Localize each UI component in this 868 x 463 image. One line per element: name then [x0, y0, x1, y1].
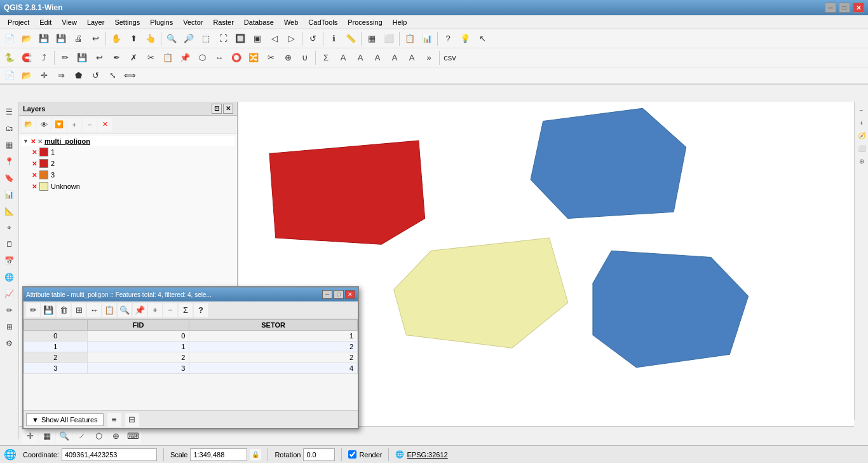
attr-tb-invert-sel[interactable]: ↔ [87, 303, 101, 317]
menu-view[interactable]: View [57, 17, 82, 27]
right-tb-overview[interactable]: ⬜ [856, 142, 867, 154]
left-tb-bookmark[interactable]: 🔖 [2, 170, 17, 186]
tb-deselect[interactable]: ⬜ [381, 31, 397, 46]
tb-label3[interactable]: A [369, 50, 386, 66]
bt-node2[interactable]: ⬡ [90, 429, 107, 444]
tb-print[interactable]: 🖨 [70, 31, 86, 46]
left-tb-globe[interactable]: 🌐 [2, 270, 17, 285]
menu-edit[interactable]: Edit [34, 17, 57, 27]
attr-tb-field-calc[interactable]: Σ [179, 303, 193, 317]
tb-zoom-next[interactable]: ▷ [283, 31, 300, 46]
left-tb-edit2[interactable]: ✏ [2, 303, 17, 318]
left-tb-calendar[interactable]: 📅 [2, 253, 17, 268]
table-row[interactable]: 1 1 2 [24, 342, 358, 352]
attr-col-setor[interactable]: SETOR [189, 320, 358, 331]
menu-cadtools[interactable]: CadTools [303, 17, 342, 27]
attr-table-container[interactable]: FID SETOR 0 0 1 1 1 2 2 2 2 [24, 319, 358, 410]
tb-field-calc[interactable]: Σ [318, 50, 334, 66]
menu-web[interactable]: Web [279, 17, 303, 27]
tb-arrow2[interactable]: ⇒ [53, 68, 69, 83]
tb-ring[interactable]: ⭕ [228, 50, 245, 66]
tb-snap[interactable]: 🧲 [18, 50, 35, 66]
layer-name[interactable]: multi_poligon [44, 137, 90, 145]
bt-zoom2[interactable]: 🔍 [56, 429, 72, 444]
tb-cut[interactable]: ✂ [142, 50, 159, 66]
tb-cross[interactable]: ✛ [36, 68, 52, 83]
tb-label2[interactable]: A [352, 50, 369, 66]
layers-panel-close[interactable]: ✕ [223, 104, 233, 114]
render-checkbox[interactable] [348, 450, 356, 459]
scale-lock-icon[interactable]: 🔒 [250, 449, 261, 460]
table-row[interactable]: 3 3 4 [24, 363, 358, 374]
layers-tb-add[interactable]: 📂 [22, 118, 36, 132]
attr-tb-copy-sel[interactable]: 📋 [102, 303, 116, 317]
tb-zoom-in[interactable]: 🔍 [163, 31, 180, 46]
attr-tb-zoom-sel[interactable]: 🔍 [118, 303, 132, 317]
tb-label4[interactable]: A [386, 50, 403, 66]
menu-database[interactable]: Database [239, 17, 279, 27]
tb-rollback[interactable]: ↩ [91, 50, 107, 66]
tb-edit-pencil[interactable]: ✏ [57, 50, 73, 66]
tb-reshape[interactable]: 🔀 [245, 50, 262, 66]
attr-footer-layout2[interactable]: ⊟ [125, 413, 139, 427]
left-tb-chart[interactable]: 📈 [2, 286, 17, 301]
layers-tb-visibility[interactable]: 👁 [37, 118, 51, 132]
bt-select2[interactable]: ▦ [39, 429, 55, 444]
menu-raster[interactable]: Raster [208, 17, 238, 27]
tb-zoom-out[interactable]: 🔎 [180, 31, 197, 46]
menu-settings[interactable]: Settings [109, 17, 145, 27]
tb-tips[interactable]: 💡 [457, 31, 473, 46]
right-tb-compass[interactable]: 🧭 [856, 130, 867, 141]
left-tb-coord[interactable]: ⌖ [2, 220, 17, 235]
tb-csv[interactable]: csv [442, 50, 458, 66]
menu-project[interactable]: Project [3, 17, 34, 27]
tb-paste[interactable]: 📌 [177, 50, 193, 66]
tb-save2[interactable]: 💾 [74, 50, 90, 66]
tb-save[interactable]: 💾 [36, 31, 52, 46]
tb-new[interactable]: 📄 [1, 31, 18, 46]
tb-attr-table[interactable]: 📋 [402, 31, 418, 46]
tb-select[interactable]: ▦ [363, 31, 380, 46]
tb-scale[interactable]: ⤡ [104, 68, 121, 83]
tb-merge[interactable]: ⊕ [280, 50, 296, 66]
table-row[interactable]: 2 2 2 [24, 352, 358, 363]
menu-plugins[interactable]: Plugins [145, 17, 178, 27]
tb-rotate[interactable]: ↺ [87, 68, 104, 83]
tb-zoom-sel[interactable]: 🔲 [232, 31, 248, 46]
menu-processing[interactable]: Processing [342, 17, 387, 27]
attr-tb-select-all[interactable]: ⊞ [72, 303, 86, 317]
tb-refresh[interactable]: ↺ [304, 31, 321, 46]
attr-tb-new-col[interactable]: + [148, 303, 162, 317]
attr-tb-del-col[interactable]: − [163, 303, 177, 317]
scale-input[interactable] [190, 448, 247, 461]
left-tb-browser[interactable]: 🗂 [2, 121, 17, 136]
left-tb-grid[interactable]: ⊞ [2, 319, 17, 335]
rotation-input[interactable] [303, 448, 335, 461]
tb-flip[interactable]: ⟺ [121, 68, 138, 83]
tb-save-as[interactable]: 💾 [53, 31, 69, 46]
tb-zoom-box[interactable]: ⬚ [198, 31, 214, 46]
tb-move[interactable]: ↔ [211, 50, 227, 66]
attr-col-fid[interactable]: FID [87, 320, 189, 331]
tb-python[interactable]: 🐍 [1, 50, 18, 66]
tb-split[interactable]: ✂ [262, 50, 279, 66]
right-tb-zoom-minus[interactable]: − [856, 104, 867, 116]
tb-zoom-last[interactable]: ◁ [266, 31, 283, 46]
left-tb-settings2[interactable]: ⚙ [2, 336, 17, 351]
tb-help[interactable]: ? [440, 31, 456, 46]
tb-union[interactable]: ∪ [297, 50, 313, 66]
show-features-button[interactable]: ▼ Show All Features [26, 413, 104, 426]
tb-poly-add[interactable]: ⬟ [70, 68, 86, 83]
bt-cmd[interactable]: ⌨ [125, 429, 141, 444]
right-tb-zoom-plus[interactable]: + [856, 117, 867, 128]
tb-copy2[interactable]: 📋 [159, 50, 176, 66]
tb-label5[interactable]: A [403, 50, 420, 66]
menu-layer[interactable]: Layer [82, 17, 110, 27]
tb-open[interactable]: 📂 [18, 31, 35, 46]
tb-touch[interactable]: 👆 [142, 31, 159, 46]
tb-identify[interactable]: ℹ [325, 31, 342, 46]
tb-new-proj[interactable]: 📄 [1, 68, 18, 83]
tb-open2[interactable]: 📂 [18, 68, 35, 83]
coordinate-input[interactable] [62, 448, 157, 461]
tb-label[interactable]: A [335, 50, 351, 66]
